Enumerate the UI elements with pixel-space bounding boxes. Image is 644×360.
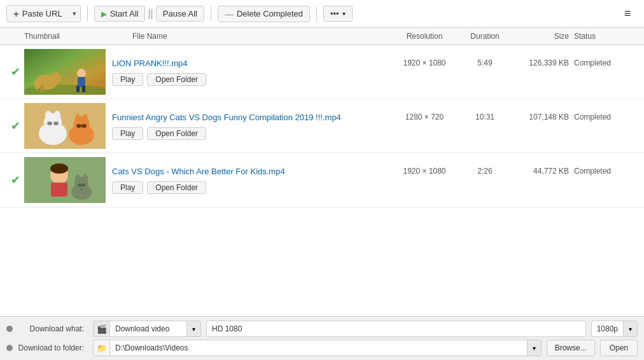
paste-url-button[interactable]: + Paste URL bbox=[7, 6, 69, 22]
more-options-label: ••• bbox=[330, 9, 339, 18]
svg-point-29 bbox=[75, 174, 80, 182]
table-row: ✔ bbox=[0, 45, 644, 99]
svg-rect-8 bbox=[76, 86, 80, 92]
download-what-row: Download what: 🎬 Download video ▾ HD 108… bbox=[6, 321, 638, 337]
svg-point-3 bbox=[51, 73, 61, 83]
play-icon: ▶ bbox=[101, 10, 107, 18]
row-1-check: ✔ bbox=[6, 65, 24, 79]
table-row: ✔ Cats VS Dogs - Which Ar bbox=[0, 153, 644, 207]
header-thumbnail: Thumbnail bbox=[24, 32, 132, 41]
row-3-duration: 2:26 bbox=[459, 167, 510, 176]
row-3-size: 44,772 KB bbox=[510, 167, 574, 176]
svg-point-6 bbox=[77, 69, 86, 78]
row-3-info: Cats VS Dogs - Which Are Better For Kids… bbox=[112, 167, 638, 194]
row-1-thumbnail bbox=[24, 49, 106, 95]
row-1-play-button[interactable]: Play bbox=[112, 73, 143, 86]
pause-all-button[interactable]: Pause All bbox=[156, 6, 204, 22]
download-what-dropdown-arrow[interactable]: ▾ bbox=[186, 321, 200, 336]
row-1-duration: 5:49 bbox=[459, 59, 510, 67]
delete-completed-label: Delete Completed bbox=[237, 9, 303, 18]
row-3-play-button[interactable]: Play bbox=[112, 181, 143, 194]
row-1-size: 126,339 KB bbox=[510, 59, 574, 67]
row-2-status: Completed bbox=[574, 113, 638, 121]
download-what-label: Download what: bbox=[18, 324, 88, 333]
table-header: Thumbnail File Name Resolution Duration … bbox=[0, 28, 644, 45]
paste-url-label: Paste URL bbox=[22, 9, 62, 18]
toolbar: + Paste URL ▾ ▶ Start All || Pause All —… bbox=[0, 0, 644, 28]
row-2-filename[interactable]: Funniest Angry Cats VS Dogs Funny Compil… bbox=[112, 113, 389, 122]
quality-select[interactable]: HD 1080 bbox=[206, 321, 586, 337]
row-1-resolution: 1920 × 1080 bbox=[389, 59, 459, 67]
pause-sep-icon: || bbox=[148, 8, 153, 20]
paste-url-dropdown-button[interactable]: ▾ bbox=[69, 6, 80, 22]
svg-point-21 bbox=[76, 124, 81, 128]
plus-icon: + bbox=[13, 8, 19, 19]
download-what-select[interactable]: 🎬 Download video ▾ bbox=[93, 321, 201, 337]
row-2-resolution: 1280 × 720 bbox=[389, 113, 459, 121]
bottom-bar: Download what: 🎬 Download video ▾ HD 108… bbox=[0, 316, 644, 360]
svg-point-13 bbox=[45, 111, 52, 121]
folder-dropdown-arrow[interactable]: ▾ bbox=[527, 340, 541, 356]
checkmark-icon: ✔ bbox=[11, 119, 20, 133]
row-2-duration: 10:31 bbox=[459, 113, 510, 121]
row-2-play-button[interactable]: Play bbox=[112, 127, 143, 140]
header-resolution: Resolution bbox=[389, 32, 459, 41]
checkmark-icon: ✔ bbox=[11, 173, 20, 187]
folder-icon: 📁 bbox=[94, 340, 110, 356]
quality-badge-select[interactable]: 1080p ▾ bbox=[591, 321, 638, 337]
toolbar-pause-sep: || bbox=[148, 8, 153, 20]
svg-rect-9 bbox=[82, 86, 85, 92]
svg-point-16 bbox=[53, 121, 59, 125]
svg-rect-10 bbox=[24, 103, 106, 149]
svg-point-26 bbox=[50, 163, 68, 174]
row-3-resolution: 1920 × 1080 bbox=[389, 167, 459, 176]
checkmark-icon: ✔ bbox=[11, 65, 20, 79]
delete-icon: — bbox=[225, 9, 234, 19]
row-2-check: ✔ bbox=[6, 119, 24, 133]
hamburger-menu-button[interactable]: ≡ bbox=[617, 4, 638, 24]
folder-path-select[interactable]: 📁 D:\Downloads\Videos ▾ bbox=[93, 340, 542, 356]
header-duration: Duration bbox=[459, 32, 510, 41]
video-icon: 🎬 bbox=[94, 321, 110, 336]
row-3-status: Completed bbox=[574, 167, 638, 176]
toolbar-separator-1 bbox=[87, 6, 88, 22]
start-all-label: Start All bbox=[110, 9, 139, 18]
toolbar-separator-3 bbox=[316, 6, 317, 22]
row-1-info: LION PRANK!!!.mp4 1920 × 1080 5:49 126,3… bbox=[112, 59, 638, 86]
svg-point-31 bbox=[78, 184, 81, 187]
delete-completed-button[interactable]: — Delete Completed bbox=[218, 6, 310, 22]
svg-point-22 bbox=[81, 124, 87, 128]
svg-point-19 bbox=[75, 114, 80, 123]
download-to-label: Download to folder: bbox=[18, 343, 88, 352]
row-1-status: Completed bbox=[574, 59, 638, 67]
row-2-thumbnail bbox=[24, 103, 106, 149]
row-3-filename[interactable]: Cats VS Dogs - Which Are Better For Kids… bbox=[112, 167, 389, 176]
row-2-open-folder-button[interactable]: Open Folder bbox=[147, 127, 206, 140]
row-3-open-folder-button[interactable]: Open Folder bbox=[147, 181, 206, 194]
svg-point-15 bbox=[47, 121, 52, 125]
dropdown-arrow-icon: ▾ bbox=[73, 10, 76, 18]
paste-url-group: + Paste URL ▾ bbox=[6, 5, 81, 22]
row-1-open-folder-button[interactable]: Open Folder bbox=[147, 73, 206, 86]
browse-button[interactable]: Browse... bbox=[547, 340, 595, 356]
row-1-filename[interactable]: LION PRANK!!!.mp4 bbox=[112, 59, 389, 68]
svg-point-30 bbox=[83, 174, 88, 182]
row-3-thumbnail bbox=[24, 157, 106, 203]
more-options-button[interactable]: ••• ▾ bbox=[323, 6, 353, 22]
quality-badge-arrow[interactable]: ▾ bbox=[623, 321, 637, 336]
row-2-info: Funniest Angry Cats VS Dogs Funny Compil… bbox=[112, 113, 638, 140]
header-status: Status bbox=[574, 32, 638, 41]
download-to-row: Download to folder: 📁 D:\Downloads\Video… bbox=[6, 340, 638, 356]
header-size: Size bbox=[510, 32, 574, 41]
table-row: ✔ Funniest Angry bbox=[0, 99, 644, 153]
start-all-button[interactable]: ▶ Start All bbox=[94, 6, 146, 22]
folder-path-text: D:\Downloads\Videos bbox=[110, 343, 527, 352]
downloads-list: ✔ bbox=[0, 45, 644, 316]
svg-point-5 bbox=[40, 85, 44, 92]
download-what-dot bbox=[6, 326, 13, 332]
svg-point-32 bbox=[81, 184, 85, 187]
open-button[interactable]: Open bbox=[600, 340, 638, 356]
row-2-size: 107,148 KB bbox=[510, 113, 574, 121]
pause-all-label: Pause All bbox=[163, 9, 197, 18]
svg-point-4 bbox=[34, 80, 39, 90]
